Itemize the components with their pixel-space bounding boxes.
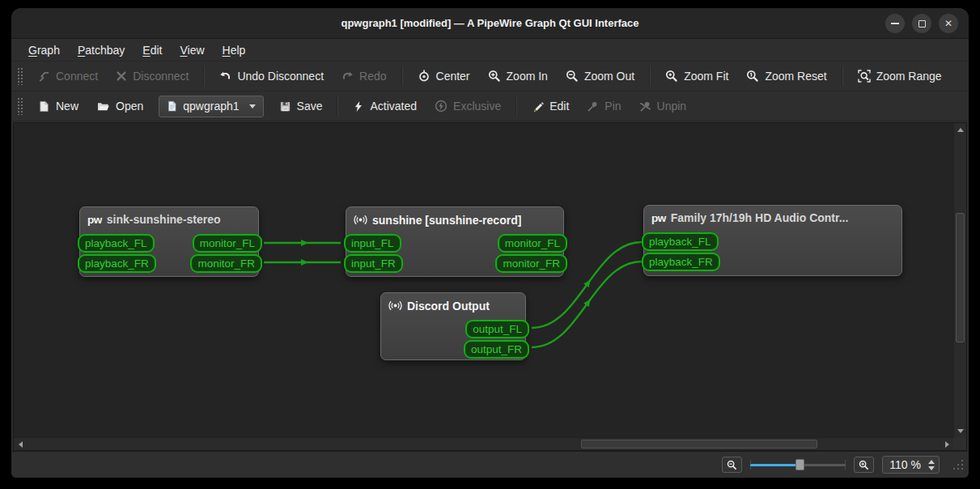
zoom-fit-icon	[665, 70, 678, 83]
resize-grip[interactable]	[952, 459, 964, 474]
zoom-reset-button-label: Zoom Reset	[765, 70, 826, 83]
zoom-range-button[interactable]: Zoom Range	[850, 65, 950, 87]
node-header: pw sink-sunshine-stereo	[80, 207, 258, 226]
redo-button-label: Redo	[359, 70, 386, 83]
node-title: sink-sunshine-stereo	[107, 213, 221, 226]
undo-button-label: Undo Disconnect	[237, 70, 324, 83]
node-sunshine-record[interactable]: sunshine [sunshine-record] input_FL inpu…	[346, 206, 564, 277]
scroll-right-arrow[interactable]	[940, 438, 953, 451]
zoom-in-button[interactable]: Zoom In	[480, 65, 556, 87]
scrollbar-corner	[953, 437, 966, 450]
open-button-label: Open	[116, 100, 143, 113]
new-button[interactable]: New	[30, 95, 87, 117]
spin-up-icon[interactable]	[928, 460, 935, 464]
activated-bolt-icon	[353, 100, 364, 113]
node-header: sunshine [sunshine-record]	[346, 207, 563, 227]
node-discord-output[interactable]: Discord Output output_FL output_FR	[380, 292, 526, 360]
zoom-in-small-button[interactable]	[854, 457, 874, 473]
node-sink-sunshine-stereo[interactable]: pw sink-sunshine-stereo playback_FL play…	[79, 206, 259, 277]
triangle-right-icon	[945, 441, 949, 448]
redo-icon	[342, 70, 354, 83]
new-button-label: New	[56, 100, 78, 113]
toolbar-drag-handle[interactable]	[17, 67, 23, 85]
save-button[interactable]: Save	[271, 95, 331, 117]
graph-viewport[interactable]: pw sink-sunshine-stereo playback_FL play…	[14, 123, 953, 437]
triangle-down-icon	[957, 429, 964, 433]
minimize-icon	[891, 23, 899, 24]
exclusive-button-label: Exclusive	[453, 100, 501, 113]
menu-patchbay[interactable]: Patchbay	[69, 41, 134, 59]
pin-button[interactable]: Pin	[579, 95, 629, 117]
chevron-down-icon	[249, 104, 256, 108]
menu-view[interactable]: View	[171, 41, 213, 59]
vertical-scrollbar-thumb[interactable]	[956, 213, 965, 342]
zoom-spinbox[interactable]: 110 %	[882, 456, 940, 474]
close-button[interactable]: ✕	[939, 14, 958, 33]
port-monitor-fr[interactable]: monitor_FR	[190, 254, 262, 273]
node-title: Discord Output	[407, 300, 490, 313]
stream-icon	[388, 299, 402, 313]
pin-button-label: Pin	[605, 100, 621, 113]
patchbay-profile-combo[interactable]: qpwgraph1	[159, 96, 263, 117]
zoom-reset-button[interactable]: Zoom Reset	[738, 65, 834, 87]
patch-cables	[14, 123, 944, 437]
edit-button[interactable]: Edit	[524, 95, 577, 117]
spin-down-icon[interactable]	[928, 466, 935, 470]
scroll-left-arrow[interactable]	[14, 438, 27, 451]
exclusive-button[interactable]: Exclusive	[426, 95, 509, 117]
port-monitor-fr[interactable]: monitor_FR	[495, 254, 567, 273]
port-playback-fl[interactable]: playback_FL	[642, 232, 719, 251]
minimize-button[interactable]	[885, 14, 905, 33]
port-playback-fr[interactable]: playback_FR	[642, 253, 720, 271]
port-monitor-fl[interactable]: monitor_FL	[498, 234, 567, 253]
menu-edit[interactable]: Edit	[134, 41, 171, 59]
zoom-out-small-button[interactable]	[722, 457, 742, 473]
titlebar[interactable]: qpwgraph1 [modified] — A PipeWire Graph …	[11, 8, 969, 39]
disconnect-button[interactable]: Disconnect	[108, 65, 197, 87]
port-input-fl[interactable]: input_FL	[344, 234, 401, 253]
close-icon: ✕	[944, 19, 952, 28]
center-button[interactable]: Center	[409, 65, 478, 87]
zoom-out-button[interactable]: Zoom Out	[558, 65, 643, 87]
menu-graph[interactable]: Graph	[19, 41, 69, 59]
menu-help[interactable]: Help	[214, 41, 255, 59]
port-playback-fl[interactable]: playback_FL	[78, 234, 155, 253]
slider-fill	[750, 464, 800, 466]
undo-icon	[219, 70, 231, 83]
toolbar-patchbay: New Open qpwgraph1 Save Activated Exclus…	[11, 91, 969, 121]
pipewire-icon: pw	[651, 212, 666, 224]
scroll-down-arrow[interactable]	[954, 424, 967, 437]
toolbar-drag-handle[interactable]	[17, 97, 23, 115]
activated-button-label: Activated	[370, 100, 417, 113]
port-input-fr[interactable]: input_FR	[344, 254, 403, 273]
unpin-button[interactable]: Unpin	[631, 95, 695, 117]
port-output-fr[interactable]: output_FR	[464, 340, 529, 359]
scroll-up-arrow[interactable]	[954, 123, 967, 136]
new-file-icon	[38, 100, 50, 113]
node-header: pw Family 17h/19h HD Audio Contr...	[644, 206, 902, 224]
port-monitor-fl[interactable]: monitor_FL	[193, 234, 262, 253]
port-output-fl[interactable]: output_FL	[465, 320, 529, 338]
zoom-value: 110 %	[889, 458, 921, 471]
connect-button[interactable]: Connect	[30, 65, 106, 87]
connect-icon	[38, 70, 50, 83]
redo-button[interactable]: Redo	[333, 65, 394, 87]
slider-handle[interactable]	[795, 459, 804, 470]
port-playback-fr[interactable]: playback_FR	[78, 254, 156, 273]
zoom-fit-button[interactable]: Zoom Fit	[657, 65, 736, 87]
toolbar-separator	[337, 96, 338, 116]
toolbar-separator	[515, 96, 517, 116]
patchbay-profile-value: qpwgraph1	[183, 100, 239, 113]
center-icon	[418, 70, 431, 83]
horizontal-scrollbar[interactable]	[14, 437, 953, 450]
node-family-hd-audio[interactable]: pw Family 17h/19h HD Audio Contr... play…	[643, 205, 902, 276]
vertical-scrollbar[interactable]	[953, 123, 966, 437]
zoom-slider[interactable]	[750, 457, 846, 472]
edit-button-label: Edit	[549, 100, 569, 113]
triangle-up-icon	[957, 128, 964, 132]
activated-button[interactable]: Activated	[345, 95, 425, 117]
horizontal-scrollbar-thumb[interactable]	[581, 440, 817, 449]
maximize-button[interactable]	[912, 14, 931, 33]
open-button[interactable]: Open	[88, 95, 151, 117]
undo-button[interactable]: Undo Disconnect	[211, 65, 332, 87]
